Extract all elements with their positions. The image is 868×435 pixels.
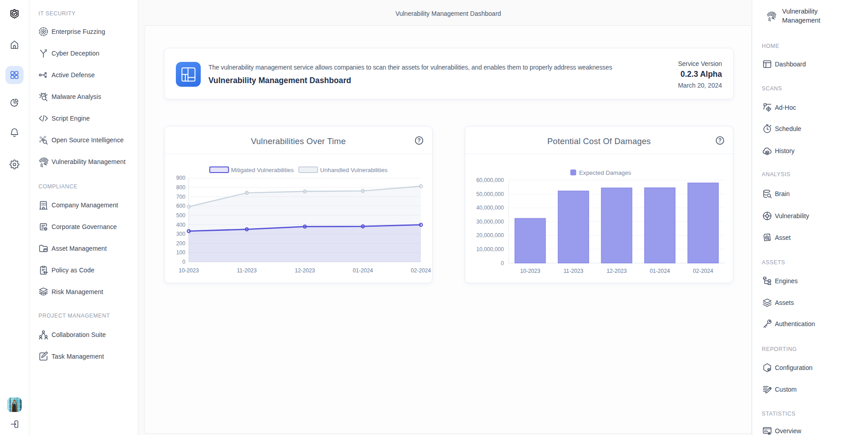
svg-text:Mitigated Vulnerabilities: Mitigated Vulnerabilities — [231, 167, 294, 173]
svg-text:900: 900 — [176, 175, 186, 181]
svg-text:Expected Damages: Expected Damages — [579, 169, 631, 176]
svg-text:11-2023: 11-2023 — [563, 268, 583, 274]
svg-text:10-2023: 10-2023 — [520, 268, 540, 274]
svg-text:0: 0 — [182, 259, 185, 265]
svg-text:20,000,000: 20,000,000 — [476, 232, 504, 239]
svg-text:300: 300 — [176, 231, 186, 237]
svg-text:40,000,000: 40,000,000 — [476, 205, 504, 211]
svg-text:11-2023: 11-2023 — [237, 267, 257, 274]
svg-text:500: 500 — [176, 212, 186, 219]
svg-text:50,000,000: 50,000,000 — [476, 191, 504, 197]
svg-text:Unhandled Vulnerabilities: Unhandled Vulnerabilities — [320, 167, 387, 173]
svg-text:12-2023: 12-2023 — [607, 268, 627, 274]
svg-text:60,000,000: 60,000,000 — [476, 177, 504, 183]
svg-text:700: 700 — [176, 194, 186, 200]
svg-text:400: 400 — [176, 222, 186, 228]
svg-text:12-2023: 12-2023 — [295, 267, 315, 274]
svg-text:01-2024: 01-2024 — [650, 268, 670, 274]
svg-text:600: 600 — [176, 203, 186, 209]
svg-text:30,000,000: 30,000,000 — [476, 219, 504, 225]
svg-text:800: 800 — [176, 184, 186, 191]
svg-text:02-2024: 02-2024 — [693, 268, 713, 274]
svg-text:02-2024: 02-2024 — [411, 267, 431, 274]
svg-text:Vulnerabilities Over Time: Vulnerabilities Over Time — [251, 136, 346, 146]
svg-text:200: 200 — [176, 240, 186, 247]
svg-text:01-2024: 01-2024 — [353, 267, 373, 274]
svg-text:100: 100 — [176, 249, 186, 256]
svg-text:0: 0 — [501, 260, 504, 267]
svg-text:10,000,000: 10,000,000 — [476, 246, 504, 253]
svg-text:Potential Cost Of Damages: Potential Cost Of Damages — [547, 136, 651, 146]
svg-text:?: ? — [718, 137, 722, 144]
svg-text:10-2023: 10-2023 — [179, 267, 199, 274]
svg-text:?: ? — [417, 137, 420, 144]
